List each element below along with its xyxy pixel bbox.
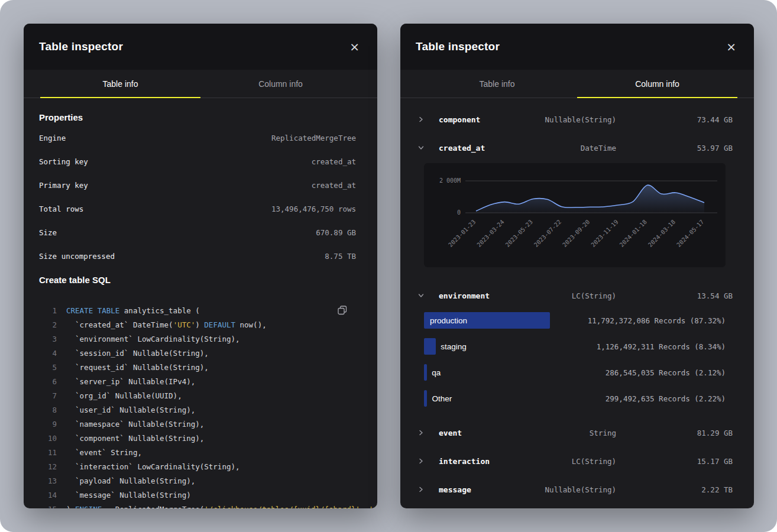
close-icon[interactable]: × — [726, 41, 736, 53]
line-number: 2 — [39, 318, 57, 332]
column-type: String — [590, 429, 616, 437]
sql-line: 3 `environment` LowCardinality(String), — [39, 332, 356, 346]
value-records: 299,492,635 Records (2.22%) — [606, 394, 726, 403]
tab-bar: Table infoColumn info — [24, 70, 377, 98]
property-row: Primary keycreated_at — [39, 173, 356, 197]
property-label: Size — [39, 228, 57, 237]
column-name: message — [439, 485, 545, 494]
sql-line: 15) ENGINE = ReplicatedMergeTree('/click… — [39, 502, 356, 508]
line-number: 6 — [39, 375, 57, 389]
environment-distribution: production11,792,372,086 Records (87.32%… — [424, 312, 726, 407]
chevron-down-icon[interactable] — [418, 145, 431, 151]
column-name: event — [439, 429, 590, 437]
svg-text:0: 0 — [457, 209, 461, 216]
line-number: 10 — [39, 432, 57, 446]
sql-line: 9 `namespace` Nullable(String), — [39, 417, 356, 432]
line-number: 12 — [39, 460, 57, 474]
tab-table-info[interactable]: Table info — [40, 79, 200, 98]
sql-line: 7 `org_id` Nullable(UUID), — [39, 389, 356, 403]
table-inspector-dialog-column-info: Table inspector × Table infoColumn info … — [400, 24, 754, 508]
dialog-title: Table inspector — [39, 40, 123, 53]
value-row-other: Other299,492,635 Records (2.22%) — [424, 390, 726, 407]
property-label: Size uncompressed — [39, 252, 115, 261]
property-value: ReplicatedMergeTree — [271, 134, 356, 142]
line-number: 13 — [39, 474, 57, 488]
column-row-created-at[interactable]: created_atDateTime53.97 GB — [400, 134, 754, 162]
created-at-distribution-chart: 2 000M02023-01-232023-03-242023-05-23202… — [424, 163, 726, 267]
property-row: Size uncompressed8.75 TB — [39, 244, 356, 268]
svg-text:2023-03-24: 2023-03-24 — [475, 219, 505, 248]
property-value: 13,496,476,750 rows — [271, 205, 356, 213]
property-value: created_at — [312, 181, 356, 190]
property-label: Engine — [39, 134, 66, 142]
property-label: Sorting key — [39, 157, 88, 166]
value-label: qa — [432, 368, 441, 377]
property-row: Size670.89 GB — [39, 220, 356, 244]
value-row-production: production11,792,372,086 Records (87.32%… — [424, 312, 726, 329]
copy-icon[interactable] — [337, 305, 348, 317]
chevron-right-icon[interactable] — [418, 116, 431, 122]
column-name: created_at — [439, 144, 581, 153]
sql-code-block: 1CREATE TABLE analytics_table (2 `create… — [39, 304, 356, 508]
value-label: Other — [432, 394, 452, 403]
line-number: 5 — [39, 361, 57, 375]
chevron-down-icon[interactable] — [418, 293, 431, 299]
page-background: Table inspector × Table infoColumn info … — [0, 0, 777, 532]
close-icon[interactable]: × — [349, 41, 360, 53]
chevron-right-icon[interactable] — [418, 430, 431, 436]
column-type: DateTime — [581, 144, 616, 153]
column-size: 73.44 GB — [616, 115, 733, 124]
column-name: interaction — [439, 457, 572, 466]
property-row: Total rows13,496,476,750 rows — [39, 197, 356, 220]
sql-line: 14 `message` Nullable(String) — [39, 488, 356, 502]
dialog-header: Table inspector × — [24, 24, 377, 70]
sql-line: 10 `component` Nullable(String), — [39, 432, 356, 446]
property-row: Sorting keycreated_at — [39, 150, 356, 173]
line-number: 8 — [39, 403, 57, 417]
column-type: Nullable(String) — [545, 485, 616, 494]
section-heading-properties: Properties — [39, 112, 356, 122]
column-size: 15.17 GB — [616, 457, 733, 466]
value-records: 286,545,035 Records (2.12%) — [606, 368, 726, 377]
tab-column-info[interactable]: Column info — [200, 79, 361, 98]
tab-table-info[interactable]: Table info — [417, 79, 577, 98]
tabs: Table infoColumn info — [417, 79, 737, 98]
column-type: LC(String) — [572, 291, 616, 300]
column-row-message[interactable]: messageNullable(String)2.22 TB — [400, 475, 754, 504]
sql-line: 4 `session_id` Nullable(String), — [39, 346, 356, 361]
sql-line: 13 `payload` Nullable(String), — [39, 474, 356, 488]
svg-text:2023-05-23: 2023-05-23 — [504, 219, 534, 248]
tab-column-info[interactable]: Column info — [577, 79, 737, 98]
line-number: 14 — [39, 488, 57, 502]
property-row: EngineReplicatedMergeTree — [39, 126, 356, 150]
column-row-event[interactable]: eventString81.29 GB — [400, 419, 754, 447]
property-value: 670.89 GB — [316, 228, 356, 237]
sql-line: 5 `request_id` Nullable(String), — [39, 361, 356, 375]
property-value: created_at — [312, 157, 356, 166]
line-number: 3 — [39, 332, 57, 346]
svg-text:2023-09-20: 2023-09-20 — [561, 219, 591, 248]
column-size: 13.54 GB — [616, 291, 733, 300]
column-row-interaction[interactable]: interactionLC(String)15.17 GB — [400, 447, 754, 475]
section-heading-create-table-sql: Create table SQL — [39, 275, 356, 285]
value-row-staging: staging1,126,492,311 Records (8.34%) — [424, 338, 726, 355]
chevron-right-icon[interactable] — [418, 486, 431, 492]
column-row-environment[interactable]: environmentLC(String)13.54 GB — [400, 281, 754, 310]
property-value: 8.75 TB — [325, 252, 356, 261]
tabs: Table infoColumn info — [40, 79, 361, 98]
column-row-component[interactable]: componentNullable(String)73.44 GB — [400, 105, 754, 134]
dialog-title: Table inspector — [416, 40, 500, 53]
table-info-content: Properties EngineReplicatedMergeTreeSort… — [24, 112, 377, 508]
properties-list: EngineReplicatedMergeTreeSorting keycrea… — [39, 126, 356, 268]
line-number: 7 — [39, 389, 57, 403]
sql-line: 1CREATE TABLE analytics_table ( — [39, 304, 356, 318]
sql-line: 8 `user_id` Nullable(String), — [39, 403, 356, 417]
chevron-right-icon[interactable] — [418, 458, 431, 464]
svg-text:2024-05-17: 2024-05-17 — [675, 219, 705, 248]
sql-code: 1CREATE TABLE analytics_table (2 `create… — [39, 304, 356, 508]
value-bar — [424, 338, 436, 355]
sql-line: 12 `interaction` LowCardinality(String), — [39, 460, 356, 474]
tab-bar: Table infoColumn info — [400, 70, 754, 98]
line-number: 4 — [39, 346, 57, 361]
property-label: Total rows — [39, 205, 83, 213]
